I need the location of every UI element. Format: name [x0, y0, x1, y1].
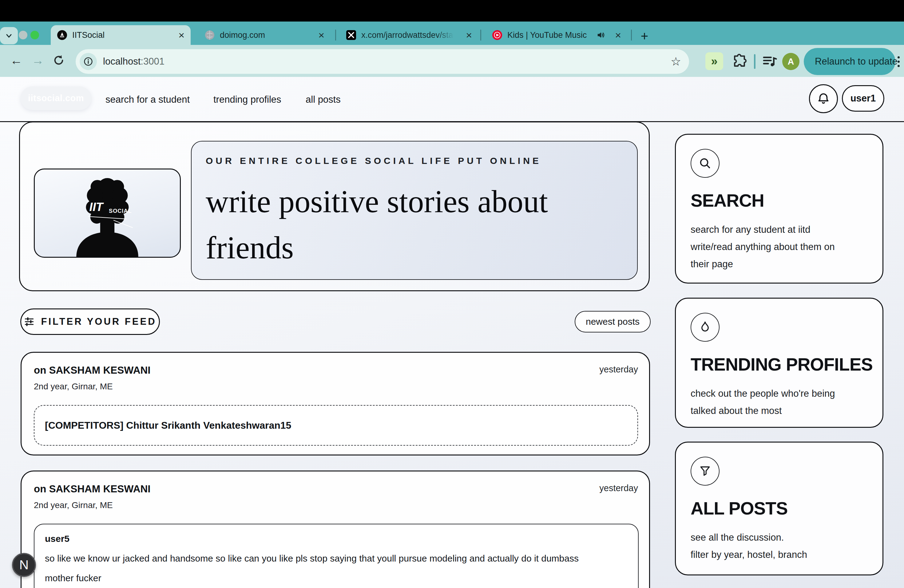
- tab-doimog[interactable]: doimog.com ×: [198, 25, 330, 45]
- new-tab-button[interactable]: +: [638, 30, 651, 43]
- extensions-overflow-button[interactable]: »: [705, 52, 723, 70]
- browser-menu-kebab-icon[interactable]: [898, 56, 900, 67]
- puzzle-icon: [731, 53, 748, 70]
- body-line: check out the people who're being: [691, 385, 868, 402]
- sidebar-card-trending-profiles[interactable]: TRENDING PROFILES check out the people w…: [675, 298, 883, 428]
- url-text[interactable]: localhost:3001: [103, 56, 164, 67]
- filter-button-label: FILTER YOUR FEED: [41, 316, 156, 327]
- sidebar-card-search[interactable]: SEARCH search for any student at iitd wr…: [675, 134, 883, 283]
- hero-eyebrow: OUR ENTIRE COLLEGE SOCIAL LIFE PUT ONLIN…: [206, 156, 623, 166]
- comment-text-line: mother fucker: [45, 573, 627, 583]
- avatar-letter: A: [788, 57, 794, 67]
- audio-playing-icon[interactable]: [596, 30, 606, 40]
- body-line: talked about the most: [691, 402, 868, 419]
- newest-posts-button[interactable]: newest posts: [575, 311, 651, 332]
- post-comment-card[interactable]: user5 so like we know ur jacked and hand…: [34, 524, 638, 588]
- body-line: filter by year, hostel, branch: [691, 546, 868, 563]
- reload-icon: [52, 54, 65, 67]
- reload-button[interactable]: [51, 52, 66, 69]
- nav-link-trending-profiles[interactable]: trending profiles: [213, 77, 281, 122]
- window-minimize-button[interactable]: [19, 31, 27, 40]
- macos-menubar-strip: [0, 0, 904, 22]
- funnel-icon: [698, 465, 712, 478]
- post-meta: 2nd year, Girnar, ME: [34, 500, 638, 510]
- window-zoom-button[interactable]: [30, 31, 39, 40]
- post-card[interactable]: on SAKSHAM KESWANI yesterday 2nd year, G…: [21, 471, 650, 588]
- nav-link-search-for-a-student[interactable]: search for a student: [106, 77, 190, 122]
- chevron-down-icon: [5, 32, 13, 40]
- comment-text-line: so like we know ur jacked and handsome s…: [45, 553, 627, 564]
- tab-youtube-music[interactable]: Kids | YouTube Music ×: [486, 25, 627, 45]
- filter-your-feed-button[interactable]: FILTER YOUR FEED: [20, 308, 160, 335]
- body-line: see all the discussion.: [691, 529, 868, 546]
- tab-close-icon[interactable]: ×: [615, 30, 621, 40]
- tab-close-icon[interactable]: ×: [179, 30, 185, 40]
- tab-title: IITSocial: [72, 30, 104, 40]
- url-port: :3001: [141, 56, 164, 67]
- sidebar-card-body: see all the discussion. filter by year, …: [691, 529, 868, 563]
- forward-button[interactable]: →: [30, 52, 46, 69]
- sidebar-card-all-posts[interactable]: ALL POSTS see all the discussion. filter…: [675, 442, 883, 575]
- profile-avatar[interactable]: A: [782, 53, 800, 70]
- bookmark-star-icon[interactable]: ☆: [671, 55, 681, 68]
- youtube-music-favicon: [492, 30, 503, 40]
- notifications-button[interactable]: [809, 84, 838, 113]
- tab-separator: [480, 30, 481, 41]
- hero-headline: write positive stories about friends: [206, 179, 636, 271]
- toolbar-divider: [754, 54, 755, 69]
- post-meta: 2nd year, Girnar, ME: [34, 382, 638, 392]
- hero-card: IIT SOCIAL OUR ENTIRE COLLEGE SOCIAL LIF…: [19, 122, 650, 291]
- address-bar[interactable]: localhost:3001 ☆: [76, 49, 689, 74]
- tab-close-icon[interactable]: ×: [466, 30, 472, 40]
- tab-separator: [335, 30, 336, 41]
- body-line: search for any student at iitd: [691, 221, 868, 238]
- tune-sliders-icon: [24, 316, 35, 327]
- tab-separator: [631, 30, 632, 41]
- funnel-icon-ring: [691, 457, 719, 485]
- tab-search-button[interactable]: [0, 27, 18, 44]
- post-timestamp: yesterday: [599, 483, 638, 493]
- comment-author[interactable]: user5: [45, 534, 627, 544]
- nextjs-dev-badge[interactable]: N: [12, 553, 36, 577]
- post-card[interactable]: on SAKSHAM KESWANI yesterday 2nd year, G…: [21, 352, 650, 455]
- x-favicon: [346, 30, 356, 40]
- tab-title: doimog.com: [220, 30, 265, 40]
- browser-toolbar: ← → localhost:3001 ☆ » A Relaunch to upd…: [0, 45, 904, 77]
- page-viewport: iitsocial.com search for a student trend…: [0, 77, 904, 588]
- sidebar-card-body: search for any student at iitd write/rea…: [691, 221, 868, 273]
- nav-link-all-posts[interactable]: all posts: [306, 77, 341, 122]
- silhouette-illustration: IIT SOCIAL: [57, 173, 158, 257]
- post-tag-content[interactable]: [COMPETITORS] Chittur Srikanth Venkatesh…: [34, 405, 638, 446]
- post-title[interactable]: on SAKSHAM KESWANI: [34, 364, 151, 376]
- tab-iitsocial[interactable]: IITSocial ×: [51, 25, 191, 45]
- back-button[interactable]: ←: [9, 52, 24, 69]
- flame-icon-ring: [691, 313, 719, 341]
- site-logo[interactable]: iitsocial.com: [21, 87, 91, 110]
- sidebar-card-body: check out the people who're being talked…: [691, 385, 868, 419]
- iitsocial-favicon: [57, 30, 67, 40]
- sidebar-card-title: SEARCH: [691, 190, 868, 211]
- tab-title: Kids | YouTube Music: [507, 30, 587, 40]
- site-info-button[interactable]: [80, 53, 97, 70]
- info-icon: [83, 57, 93, 66]
- search-icon-ring: [691, 149, 719, 178]
- user-chip[interactable]: user1: [842, 85, 884, 112]
- post-timestamp: yesterday: [599, 364, 638, 375]
- browser-window: IITSocial × doimog.com × x.com/jarrodwat…: [0, 0, 904, 588]
- sidebar-card-title: TRENDING PROFILES: [691, 354, 868, 375]
- site-navbar: iitsocial.com search for a student trend…: [0, 77, 904, 122]
- brand-iit-text: IIT: [90, 200, 104, 213]
- globe-favicon: [204, 30, 215, 40]
- post-title[interactable]: on SAKSHAM KESWANI: [34, 483, 151, 495]
- brand-social-text: SOCIAL: [109, 208, 132, 214]
- url-host: localhost: [103, 56, 141, 67]
- hero-text-card: OUR ENTIRE COLLEGE SOCIAL LIFE PUT ONLIN…: [191, 141, 638, 280]
- tab-x-com[interactable]: x.com/jarrodwattsdev/status/ ×: [340, 25, 478, 45]
- bell-icon: [816, 92, 831, 106]
- sidebar-card-title: ALL POSTS: [691, 498, 868, 518]
- extensions-button[interactable]: [731, 53, 748, 71]
- tab-close-icon[interactable]: ×: [318, 30, 324, 40]
- relaunch-to-update-button[interactable]: Relaunch to update: [804, 48, 895, 75]
- tab-strip: IITSocial × doimog.com × x.com/jarrodwat…: [0, 22, 904, 45]
- media-queue-button[interactable]: [761, 53, 778, 71]
